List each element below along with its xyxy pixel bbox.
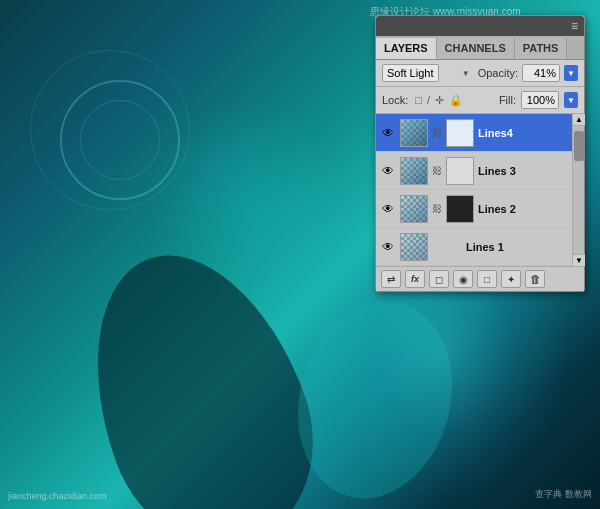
layer-effects-button[interactable]: fx	[405, 270, 425, 288]
layer-thumb-lines1	[400, 233, 428, 261]
panel-menu-icon[interactable]: ≡	[571, 19, 578, 33]
add-mask-button[interactable]: ◻	[429, 270, 449, 288]
layer-visibility-lines4[interactable]: 👁	[380, 125, 396, 141]
delete-layer-button[interactable]: 🗑	[525, 270, 545, 288]
layer-item-lines4[interactable]: 👁 ⛓ Lines4	[376, 114, 572, 152]
lock-fill-row: Lock: □ / ✛ 🔒 Fill: ▼	[376, 87, 584, 114]
lock-image-icon[interactable]: /	[427, 94, 430, 106]
layer-thumb-lines2	[400, 195, 428, 223]
layer-visibility-lines1[interactable]: 👁	[380, 239, 396, 255]
layer-mask-lines4	[446, 119, 474, 147]
lock-label: Lock:	[382, 94, 408, 106]
group-button[interactable]: □	[477, 270, 497, 288]
lock-position-icon[interactable]: ✛	[435, 94, 444, 107]
watermark-bottom-left: jiaocheng.chazidian.com	[8, 491, 107, 501]
scrollbar-track	[573, 126, 584, 254]
layers-scrollbar: ▲ ▼	[572, 114, 584, 266]
scrollbar-thumb[interactable]	[574, 131, 584, 161]
panel-titlebar: ≡	[376, 16, 584, 36]
link-layers-button[interactable]: ⇄	[381, 270, 401, 288]
layer-item-lines3[interactable]: 👁 ⛓ Lines 3	[376, 152, 572, 190]
opacity-label: Opacity:	[478, 67, 518, 79]
panel-tabs: LAYERS CHANNELS PATHS	[376, 36, 584, 60]
layer-chain-lines2: ⛓	[432, 203, 442, 214]
lock-transparent-icon[interactable]: □	[415, 94, 422, 106]
watermark-bottom-right: 查字典 数教网	[535, 488, 592, 501]
layer-thumb-lines3	[400, 157, 428, 185]
layer-mask-lines2	[446, 195, 474, 223]
layer-chain-lines3: ⛓	[432, 165, 442, 176]
layer-visibility-lines2[interactable]: 👁	[380, 201, 396, 217]
tab-paths[interactable]: PATHS	[515, 38, 568, 59]
layers-panel: ≡ LAYERS CHANNELS PATHS Soft Light Norma…	[375, 15, 585, 292]
scrollbar-down-button[interactable]: ▼	[573, 254, 585, 266]
blend-mode-wrapper[interactable]: Soft Light Normal Multiply Screen Overla…	[382, 64, 474, 82]
opacity-input[interactable]	[522, 64, 560, 82]
layer-visibility-lines3[interactable]: 👁	[380, 163, 396, 179]
lock-all-icon[interactable]: 🔒	[449, 94, 463, 107]
layer-name-lines4: Lines4	[478, 127, 558, 139]
new-layer-button[interactable]: ✦	[501, 270, 521, 288]
blend-opacity-row: Soft Light Normal Multiply Screen Overla…	[376, 60, 584, 87]
layer-item-lines1[interactable]: 👁 Lines 1	[376, 228, 572, 266]
layers-content: 👁 ⛓ Lines4 👁 ⛓ Lines 3	[376, 114, 572, 266]
layer-chain-lines4: ⛓	[432, 127, 442, 138]
opacity-arrow-button[interactable]: ▼	[564, 65, 578, 81]
fill-input[interactable]	[521, 91, 559, 109]
fill-arrow-button[interactable]: ▼	[564, 92, 578, 108]
tab-layers[interactable]: LAYERS	[376, 38, 437, 59]
adjustment-button[interactable]: ◉	[453, 270, 473, 288]
layer-selected-indicator	[562, 119, 568, 147]
fill-label: Fill:	[499, 94, 516, 106]
layers-scroll-area: 👁 ⛓ Lines4 👁 ⛓ Lines 3	[376, 114, 584, 266]
layer-mask-lines3	[446, 157, 474, 185]
blend-mode-select[interactable]: Soft Light Normal Multiply Screen Overla…	[382, 64, 439, 82]
scrollbar-up-button[interactable]: ▲	[573, 114, 585, 126]
layer-name-lines3: Lines 3	[478, 165, 568, 177]
panel-toolbar: ⇄ fx ◻ ◉ □ ✦ 🗑	[376, 266, 584, 291]
tab-channels[interactable]: CHANNELS	[437, 38, 515, 59]
layer-thumb-lines4	[400, 119, 428, 147]
layer-name-lines1: Lines 1	[466, 241, 568, 253]
layer-item-lines2[interactable]: 👁 ⛓ Lines 2	[376, 190, 572, 228]
layer-name-lines2: Lines 2	[478, 203, 568, 215]
